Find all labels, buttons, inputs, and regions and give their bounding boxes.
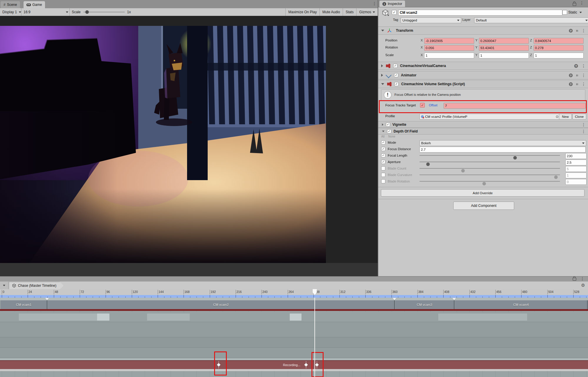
help-icon[interactable]: ? (569, 29, 573, 33)
kebab-icon[interactable]: ⋮ (582, 74, 586, 77)
aperture-slider[interactable] (419, 162, 560, 162)
help-icon[interactable]: ? (569, 82, 573, 86)
scale-slider[interactable] (84, 12, 125, 12)
timeline-lock-icon[interactable] (573, 278, 576, 281)
transform-header[interactable]: Transform ? ≡ ⋮ (378, 26, 588, 35)
recording-track[interactable]: Recording... (0, 360, 588, 370)
focus-distance-checkbox[interactable]: ✓ (381, 147, 385, 151)
kebab-icon[interactable]: ⋮ (582, 130, 586, 133)
tab-game[interactable]: Game (24, 1, 45, 8)
timeline-breadcrumb[interactable]: Chase (Master Timeline) (9, 282, 64, 289)
mute-audio-button[interactable]: Mute Audio (319, 8, 343, 16)
prefab-arrow-icon[interactable] (387, 15, 389, 16)
timeline-clip-cm-vcam2[interactable]: CM vcam2 (48, 300, 395, 309)
blade-curvature-slider[interactable] (419, 175, 560, 175)
track-clip-block[interactable] (147, 314, 190, 321)
kebab-icon[interactable]: ⋮ (582, 83, 586, 86)
track-clip-block[interactable] (438, 314, 527, 321)
track-clip-block[interactable] (290, 314, 302, 321)
rotation-z-field[interactable]: 0.278 (534, 45, 584, 51)
scale-z-field[interactable]: 1 (534, 53, 584, 58)
clip-boundary-marker[interactable] (452, 298, 456, 300)
timeline-ruler[interactable]: 0244872961201441681922162402642883123363… (0, 289, 588, 295)
foldout-icon[interactable] (382, 130, 384, 132)
aperture-checkbox[interactable]: ✓ (381, 160, 385, 164)
blade-count-checkbox[interactable] (381, 166, 385, 170)
scale-y-field[interactable]: 1 (479, 53, 529, 58)
presets-icon[interactable]: ≡ (575, 83, 579, 85)
blade-count-value-field[interactable]: 5 (565, 166, 587, 172)
rotation-y-field[interactable]: 93.43401 (479, 45, 529, 51)
timeline-hscrollbar[interactable] (0, 369, 588, 371)
layer-dropdown[interactable]: Default (474, 17, 588, 23)
blade-rotation-checkbox[interactable] (381, 179, 385, 183)
foldout-icon[interactable] (381, 30, 384, 31)
component-header-cinemachinevirtualcamera[interactable]: ✓CinemachineVirtualCamera?⋮ (378, 62, 588, 70)
profile-clone-button[interactable]: Clone (572, 114, 586, 120)
blade-count-slider[interactable] (419, 168, 560, 169)
mode-checkbox[interactable]: ✓ (381, 140, 385, 145)
mode-dropdown[interactable]: Bokeh (419, 140, 586, 146)
component-header-cinemachine-volume-settings-script[interactable]: ✓Cinemachine Volume Settings (Script)?≡⋮ (378, 80, 588, 88)
tab-inspector[interactable]: i Inspector (379, 1, 405, 7)
focal-length-checkbox[interactable]: ✓ (381, 153, 385, 157)
override-header-depth-of-field[interactable]: ✓Depth Of Field⋮ (378, 128, 588, 135)
override-enabled-checkbox[interactable]: ✓ (387, 129, 391, 133)
focal-length-slider[interactable] (419, 155, 560, 156)
scale-x-field[interactable]: 1 (424, 53, 474, 58)
clip-boundary-marker[interactable] (45, 298, 49, 300)
foldout-icon[interactable] (381, 83, 384, 85)
foldout-icon[interactable] (382, 123, 384, 126)
static-dropdown-arrow[interactable] (579, 12, 582, 13)
presets-icon[interactable]: ≡ (575, 30, 579, 31)
display-dropdown[interactable]: Display 1 (2, 8, 21, 16)
scale-slider-thumb[interactable] (85, 10, 89, 14)
timeline-tick-strip[interactable] (0, 295, 588, 298)
component-enabled-checkbox[interactable]: ✓ (393, 64, 397, 68)
track-clip-block[interactable] (97, 314, 109, 321)
position-y-field[interactable]: 0.2600047 (479, 38, 529, 44)
tag-dropdown[interactable]: Untagged (401, 17, 461, 23)
lock-icon[interactable] (573, 1, 576, 6)
profile-new-button[interactable]: New (559, 114, 572, 120)
gear-icon[interactable]: ⚙ (581, 283, 585, 288)
timeline-clip-cm-vcam3[interactable]: CM vcam3 (395, 300, 454, 309)
blade-rotation-value-field[interactable]: 0 (565, 179, 587, 185)
tab-scene[interactable]: # Scene (1, 1, 20, 8)
none-link[interactable]: None (388, 135, 395, 138)
position-x-field[interactable]: -0.1902905 (424, 38, 474, 44)
timeline-dropdown-button[interactable] (0, 282, 9, 289)
blade-curvature-value-field[interactable]: 1 (565, 172, 587, 178)
help-icon[interactable]: ? (574, 64, 578, 68)
focus-tracks-target-checkbox[interactable]: ✓ (420, 103, 425, 108)
gameobject-name-field[interactable]: CM vcam2 (398, 10, 562, 16)
focus-distance-field[interactable]: 2.7 (419, 147, 586, 153)
blade-curvature-checkbox[interactable] (381, 173, 385, 177)
override-header-vignette[interactable]: ✓Vignette⋮ (378, 121, 588, 128)
gameobject-active-checkbox[interactable]: ✓ (392, 10, 397, 15)
offset-field[interactable]: 7 (444, 103, 586, 109)
game-kebab-icon[interactable]: ⋮ (372, 2, 377, 5)
timeline-clip-cm-vcam1[interactable]: CM vcam1 (1, 300, 47, 309)
gizmos-dropdown-arrow[interactable] (373, 11, 375, 13)
track-clip-block[interactable] (19, 314, 102, 321)
rotation-x-field[interactable]: 0.056 (424, 45, 474, 51)
kebab-icon[interactable]: ⋮ (582, 123, 586, 126)
aspect-dropdown[interactable]: 16:9 (24, 8, 68, 16)
timeline-clip-cm-vcam4[interactable]: CM vcam4 (455, 300, 588, 309)
presets-icon[interactable]: ≡ (575, 74, 579, 76)
kebab-icon[interactable]: ⋮ (582, 29, 586, 32)
component-enabled-checkbox[interactable]: ✓ (394, 73, 398, 77)
override-enabled-checkbox[interactable]: ✓ (386, 123, 390, 127)
foldout-icon[interactable] (381, 64, 383, 67)
blade-rotation-slider[interactable] (419, 181, 560, 182)
all-link[interactable]: All (381, 135, 384, 138)
component-header-animator[interactable]: ✓Animator?≡⋮ (378, 71, 588, 79)
object-picker-icon[interactable]: ⊙ (556, 115, 559, 119)
clip-boundary-marker[interactable] (393, 298, 396, 300)
aperture-value-field[interactable]: 2.5 (565, 160, 587, 165)
add-component-button[interactable]: Add Component (453, 202, 514, 210)
static-checkbox[interactable] (562, 10, 567, 15)
kebab-icon[interactable]: ⋮ (582, 64, 586, 67)
inspector-kebab-icon[interactable]: ⋮ (580, 1, 584, 4)
